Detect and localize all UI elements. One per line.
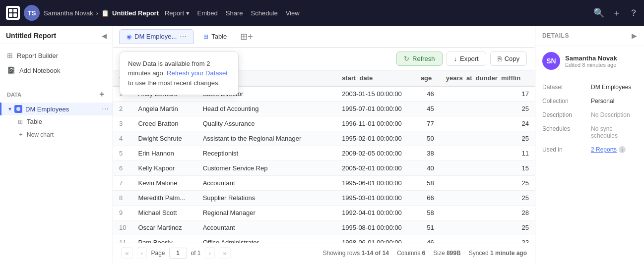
cell-job-title: Supplier Relations [197,191,336,206]
cell-num: 7 [113,176,132,191]
cell-job-title: Accountant [197,220,336,235]
cell-start-date: 1995-03-01 00:00:00 [336,191,415,206]
tab-bar: ◉ DM Employe... ⋯ New Data is available … [113,26,535,48]
tab-add-button[interactable]: ⊞+ [236,29,257,44]
dataset-name-label: DM Employees [25,105,99,113]
data-table-container[interactable]: # name job_title start_date age years_at… [113,70,535,243]
cell-years: 24 [440,116,535,131]
used-in-value[interactable]: 2 Reports i [591,146,637,153]
showing-rows-label: Showing rows 1-14 of 14 [322,250,388,257]
cell-num: 4 [113,131,132,146]
svg-rect-0 [9,9,12,12]
detail-row-collection: Collection Personal [535,94,644,108]
dataset-label: Dataset [542,84,587,91]
sidebar-table-item[interactable]: ⊞ Table [0,115,113,128]
cell-years: 25 [440,131,535,146]
add-notebook-icon: 📓 [7,66,15,74]
menu-embed[interactable]: Embed [197,9,218,17]
menu-schedule[interactable]: Schedule [251,9,278,17]
details-panel: DETAILS ▶ SN Samantha Novak Edited 8 min… [535,26,644,263]
sidebar-dataset-dm-employees[interactable]: ▾ DM Employees ⋯ [0,103,113,115]
sidebar-item-report-builder[interactable]: ⊞ Report Builder [0,48,113,63]
description-value: No Description [591,111,637,118]
search-icon[interactable]: 🔍 [593,7,604,18]
col-header-years[interactable]: years_at_dunder_mifflin [440,70,535,86]
sidebar-header: Untitled Report ◀ [0,26,113,44]
add-data-button[interactable]: ＋ [98,89,106,100]
size-info: Size 899B [433,250,460,257]
cell-years: 25 [440,191,535,206]
table-row: 4 Dwight Schrute Assistant to the Region… [113,131,535,146]
page-first-button[interactable]: « [121,247,133,259]
sidebar-collapse-icon[interactable]: ◀ [102,32,107,40]
page-prev-button[interactable]: ‹ [137,247,147,259]
page-next-button[interactable]: › [205,247,215,259]
main-layout: Untitled Report ◀ ⊞ Report Builder 📓 Add… [0,26,644,263]
help-icon[interactable]: ？ [629,7,638,19]
detail-row-schedules: Schedules No sync schedules [535,122,644,143]
tab-dm-employees[interactable]: ◉ DM Employe... ⋯ New Data is available … [119,29,194,44]
cell-start-date: 1995-07-01 00:00:00 [336,102,415,116]
cell-start-date: 2009-02-05 00:00:00 [336,146,415,161]
cell-age: 38 [415,146,440,161]
breadcrumb-report-title: Untitled Report [112,9,159,17]
columns-info: Columns 6 [397,250,425,257]
add-icon[interactable]: ＋ [612,7,621,19]
cell-job-title: Head of Accounting [197,102,336,116]
data-table: # name job_title start_date age years_at… [113,70,535,243]
dataset-more-icon[interactable]: ⋯ [102,105,109,113]
copy-icon: ⎘ [498,55,502,62]
user-avatar[interactable]: TS [24,5,40,21]
table-row: 7 Kevin Malone Accountant 1995-06-01 00:… [113,176,535,191]
page-last-button[interactable]: » [219,247,231,259]
menu-view[interactable]: View [286,9,300,17]
table-row: 10 Oscar Martinez Accountant 1995-08-01 … [113,220,535,235]
details-header: DETAILS ▶ [535,26,644,46]
cell-name: Kelly Kapoor [132,161,196,176]
copy-button[interactable]: ⎘ Copy [490,52,527,66]
top-nav-menu: Report ▾ Embed Share Schedule View [165,9,300,17]
cell-num: 5 [113,146,132,161]
page-input[interactable] [169,248,187,259]
cell-job-title: Accountant [197,176,336,191]
used-in-reports-label: 2 Reports [591,146,617,153]
breadcrumb-user: Samantha Novak [44,9,93,17]
sidebar-add-notebook-label: Add Notebook [19,67,60,74]
detail-row-used-in: Used in 2 Reports i [535,143,644,157]
breadcrumb: Samantha Novak › 📋 Untitled Report [44,9,159,17]
tab-table[interactable]: ⊞ Table [196,29,234,44]
sidebar-add-chart[interactable]: ＋ New chart [0,128,113,141]
table-label: Table [27,118,42,125]
sidebar-item-add-notebook[interactable]: 📓 Add Notebook [0,63,113,78]
copy-label: Copy [505,55,519,62]
info-icon[interactable]: i [619,146,626,153]
breadcrumb-sep: › [96,9,98,17]
pagination-info: Showing rows 1-14 of 14 Columns 6 Size 8… [322,250,527,257]
refresh-label: Refresh [412,55,435,62]
cell-age: 50 [415,131,440,146]
cell-years: 25 [440,220,535,235]
tooltip-text2: to use the most recent changes. [128,79,220,87]
col-header-age[interactable]: age [415,70,440,86]
refresh-icon: ↻ [404,55,409,62]
cell-age: 45 [415,102,440,116]
tab-options-icon[interactable]: ⋯ [180,33,187,41]
cell-name: Meredith Palm... [132,191,196,206]
sidebar-report-builder-label: Report Builder [17,52,58,59]
svg-rect-1 [13,9,17,12]
app-logo[interactable] [6,6,20,20]
cell-job-title: Customer Service Rep [197,161,336,176]
table-row: 5 Erin Hannon Receptionist 2009-02-05 00… [113,146,535,161]
cell-age: 66 [415,191,440,206]
refresh-button[interactable]: ↻ Refresh [396,52,443,66]
detail-row-dataset: Dataset DM Employees [535,80,644,94]
table-row: 9 Michael Scott Regional Manager 1992-04… [113,206,535,220]
add-chart-plus-icon: ＋ [18,130,24,139]
export-button[interactable]: ↓ Export [447,52,486,66]
col-header-start-date[interactable]: start_date [336,70,415,86]
cell-age: 40 [415,161,440,176]
menu-share[interactable]: Share [226,9,243,17]
tooltip-refresh-link[interactable]: Refresh your Dataset [167,69,228,77]
details-collapse-icon[interactable]: ▶ [632,32,637,40]
menu-report[interactable]: Report ▾ [165,9,190,17]
